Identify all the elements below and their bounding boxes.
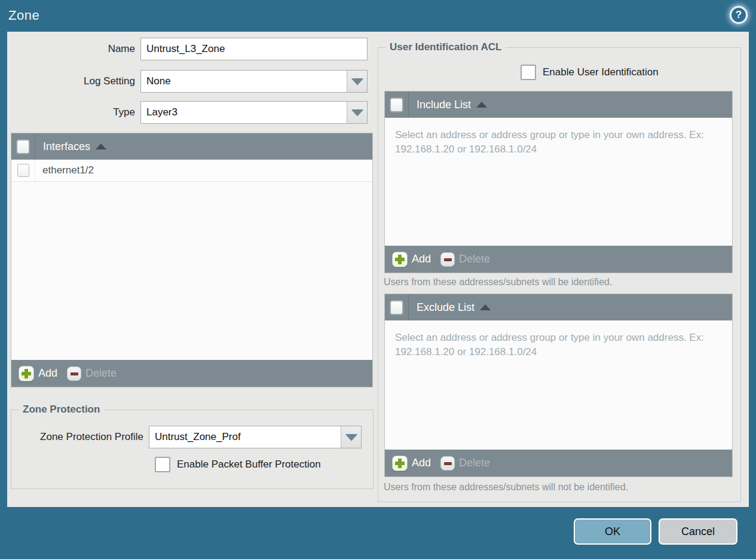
add-icon <box>19 366 34 381</box>
delete-button[interactable]: Delete <box>440 456 490 471</box>
row-checkbox-cell <box>11 160 35 181</box>
zone-protection-section: Zone Protection Zone Protection Profile … <box>11 410 374 489</box>
zone-protection-profile-dropdown-button[interactable] <box>341 426 361 448</box>
sort-ascending-icon <box>480 304 491 310</box>
delete-icon <box>440 456 455 471</box>
zone-protection-profile-label: Zone Protection Profile <box>11 431 149 443</box>
delete-button-label: Delete <box>85 367 117 380</box>
packet-buffer-checkbox[interactable] <box>155 457 170 472</box>
sort-ascending-icon <box>476 102 487 108</box>
exclude-list-table: Exclude List Select an address or addres… <box>384 294 733 477</box>
exclude-placeholder: Select an address or address group or ty… <box>385 320 720 359</box>
interfaces-table-header: Interfaces <box>11 133 372 160</box>
delete-button[interactable]: Delete <box>440 252 490 267</box>
interfaces-column-header[interactable]: Interfaces <box>35 133 106 160</box>
log-setting-value: None <box>141 71 347 92</box>
add-icon <box>392 456 408 471</box>
include-placeholder: Select an address or address group or ty… <box>385 118 720 157</box>
include-column-label: Include List <box>417 99 471 111</box>
delete-button-label: Delete <box>459 253 490 265</box>
dialog-body: Name Log Setting None Type Layer3 <box>7 32 749 507</box>
type-label: Type <box>7 106 140 118</box>
chevron-down-icon <box>345 434 357 441</box>
add-button[interactable]: Add <box>19 366 57 381</box>
include-list-header: Include List <box>385 91 732 118</box>
enable-user-identification-row: Enable User Identification <box>521 65 659 80</box>
log-setting-dropdown[interactable]: None <box>140 70 368 93</box>
type-dropdown-button[interactable] <box>347 102 367 123</box>
include-list-body[interactable]: Select an address or address group or ty… <box>385 118 732 246</box>
packet-buffer-label: Enable Packet Buffer Protection <box>177 459 321 471</box>
chevron-down-icon <box>351 78 363 85</box>
exclude-select-all-checkbox[interactable] <box>390 301 403 314</box>
sort-ascending-icon <box>96 143 106 149</box>
delete-icon <box>67 366 81 381</box>
include-caption: Users from these addresses/subnets will … <box>384 277 612 288</box>
exclude-header-checkbox-cell <box>385 294 409 320</box>
exclude-list-header: Exclude List <box>385 294 732 320</box>
dialog-title: Zone <box>8 8 39 23</box>
name-row: Name <box>7 38 368 60</box>
log-setting-row: Log Setting None <box>7 70 368 93</box>
add-button-label: Add <box>412 253 431 265</box>
include-list-footer: Add Delete <box>385 246 732 273</box>
add-button-label: Add <box>38 367 57 380</box>
titlebar: Zone ? <box>0 0 756 32</box>
cancel-button[interactable]: Cancel <box>659 518 737 545</box>
include-list-table: Include List Select an address or addres… <box>384 91 733 273</box>
interfaces-table: Interfaces ethernet1/2 Add <box>11 133 373 387</box>
include-select-all-checkbox[interactable] <box>390 98 403 112</box>
chevron-down-icon <box>351 109 363 116</box>
interface-name: ethernet1/2 <box>35 164 94 176</box>
enable-user-identification-label: Enable User Identification <box>543 66 659 78</box>
cancel-button-label: Cancel <box>681 526 715 538</box>
exclude-column-label: Exclude List <box>417 301 475 314</box>
zone-protection-legend: Zone Protection <box>19 404 104 416</box>
exclude-list-footer: Add Delete <box>385 450 732 476</box>
user-identification-legend: User Identification ACL <box>385 41 506 53</box>
row-checkbox[interactable] <box>17 164 29 177</box>
include-header-checkbox-cell <box>385 91 409 118</box>
interfaces-column-label: Interfaces <box>43 140 90 153</box>
delete-icon <box>440 252 455 267</box>
delete-button[interactable]: Delete <box>67 366 117 381</box>
add-icon <box>392 252 408 267</box>
zone-protection-profile-value: Untrust_Zone_Prof <box>149 426 341 448</box>
log-setting-label: Log Setting <box>7 75 140 87</box>
name-input[interactable] <box>140 38 368 60</box>
help-glyph: ? <box>736 9 742 21</box>
interfaces-select-all-checkbox[interactable] <box>17 140 29 154</box>
zone-protection-profile-row: Zone Protection Profile Untrust_Zone_Pro… <box>11 426 362 448</box>
ok-button-label: OK <box>605 526 620 538</box>
enable-user-identification-checkbox[interactable] <box>521 65 536 80</box>
zone-protection-profile-dropdown[interactable]: Untrust_Zone_Prof <box>149 426 362 448</box>
type-dropdown[interactable]: Layer3 <box>140 101 368 124</box>
table-row[interactable]: ethernet1/2 <box>11 160 372 182</box>
help-icon[interactable]: ? <box>730 6 748 24</box>
interfaces-table-footer: Add Delete <box>11 360 372 387</box>
include-column-header[interactable]: Include List <box>409 91 487 118</box>
packet-buffer-row: Enable Packet Buffer Protection <box>155 457 321 472</box>
interfaces-table-body: ethernet1/2 <box>11 160 372 360</box>
delete-button-label: Delete <box>459 457 490 469</box>
add-button-label: Add <box>412 457 431 469</box>
exclude-column-header[interactable]: Exclude List <box>409 294 491 320</box>
exclude-caption: Users from these addresses/subnets will … <box>384 482 628 493</box>
ok-button[interactable]: OK <box>574 518 651 545</box>
type-row: Type Layer3 <box>7 101 368 124</box>
type-value: Layer3 <box>141 102 347 123</box>
zone-dialog: Zone ? Name Log Setting None Type Layer3 <box>0 0 756 559</box>
log-setting-dropdown-button[interactable] <box>347 71 367 92</box>
name-label: Name <box>7 43 140 55</box>
exclude-list-body[interactable]: Select an address or address group or ty… <box>385 320 732 450</box>
add-button[interactable]: Add <box>392 456 431 471</box>
add-button[interactable]: Add <box>392 252 431 267</box>
user-identification-section: User Identification ACL Enable User Iden… <box>378 47 741 502</box>
interfaces-header-checkbox-cell <box>11 133 35 160</box>
